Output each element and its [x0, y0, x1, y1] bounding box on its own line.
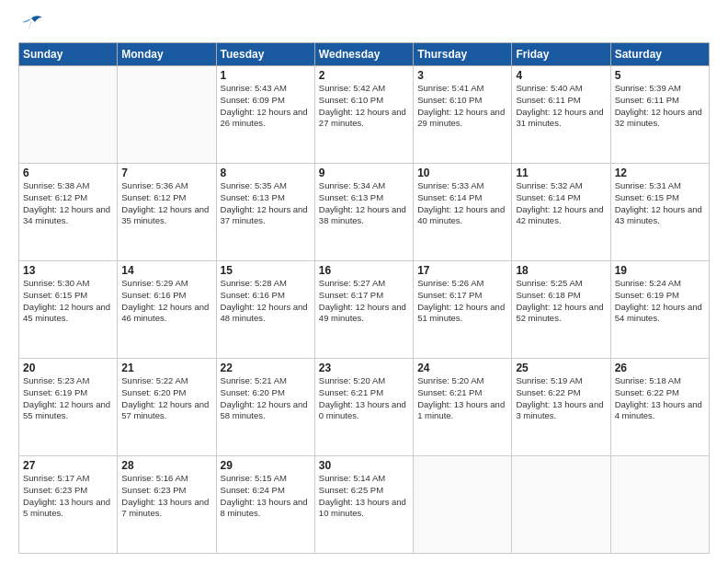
day-cell: [512, 456, 610, 554]
day-cell: 18Sunrise: 5:25 AM Sunset: 6:18 PM Dayli…: [512, 261, 610, 359]
day-number: 22: [221, 362, 311, 374]
day-info: Sunrise: 5:40 AM Sunset: 6:11 PM Dayligh…: [516, 83, 606, 130]
day-number: 16: [319, 264, 409, 277]
day-number: 5: [615, 69, 705, 82]
day-cell: 9Sunrise: 5:34 AM Sunset: 6:13 PM Daylig…: [314, 164, 413, 261]
day-info: Sunrise: 5:17 AM Sunset: 6:23 PM Dayligh…: [23, 473, 113, 520]
day-info: Sunrise: 5:41 AM Sunset: 6:10 PM Dayligh…: [417, 83, 507, 130]
day-number: 28: [121, 459, 211, 472]
day-cell: 3Sunrise: 5:41 AM Sunset: 6:10 PM Daylig…: [414, 66, 512, 164]
page: SundayMondayTuesdayWednesdayThursdayFrid…: [0, 0, 728, 563]
day-info: Sunrise: 5:35 AM Sunset: 6:13 PM Dayligh…: [221, 180, 311, 227]
day-info: Sunrise: 5:34 AM Sunset: 6:13 PM Dayligh…: [319, 180, 409, 227]
day-cell: 4Sunrise: 5:40 AM Sunset: 6:11 PM Daylig…: [512, 66, 610, 164]
day-info: Sunrise: 5:42 AM Sunset: 6:10 PM Dayligh…: [319, 83, 409, 130]
day-cell: 6Sunrise: 5:38 AM Sunset: 6:12 PM Daylig…: [19, 164, 118, 261]
day-number: 2: [319, 69, 409, 82]
day-number: 9: [319, 167, 409, 179]
day-cell: [19, 66, 118, 164]
day-cell: 5Sunrise: 5:39 AM Sunset: 6:11 PM Daylig…: [610, 66, 709, 164]
day-info: Sunrise: 5:19 AM Sunset: 6:22 PM Dayligh…: [516, 375, 606, 422]
logo: [18, 15, 48, 35]
week-row-4: 20Sunrise: 5:23 AM Sunset: 6:19 PM Dayli…: [19, 359, 710, 456]
day-cell: 27Sunrise: 5:17 AM Sunset: 6:23 PM Dayli…: [19, 456, 118, 554]
day-number: 20: [23, 362, 113, 374]
day-cell: [610, 456, 709, 554]
day-number: 7: [121, 167, 211, 179]
day-number: 8: [221, 167, 311, 179]
day-cell: 8Sunrise: 5:35 AM Sunset: 6:13 PM Daylig…: [216, 164, 314, 261]
top-area: [18, 15, 710, 35]
day-cell: 7Sunrise: 5:36 AM Sunset: 6:12 PM Daylig…: [118, 164, 216, 261]
week-row-3: 13Sunrise: 5:30 AM Sunset: 6:15 PM Dayli…: [19, 261, 710, 359]
day-number: 13: [23, 264, 113, 277]
weekday-header-saturday: Saturday: [610, 43, 709, 66]
day-number: 11: [516, 167, 606, 179]
day-number: 15: [221, 264, 311, 277]
day-number: 18: [516, 264, 606, 277]
day-number: 25: [516, 362, 606, 374]
day-cell: 17Sunrise: 5:26 AM Sunset: 6:17 PM Dayli…: [414, 261, 512, 359]
day-cell: [414, 456, 512, 554]
day-cell: 21Sunrise: 5:22 AM Sunset: 6:20 PM Dayli…: [118, 359, 216, 456]
day-info: Sunrise: 5:28 AM Sunset: 6:16 PM Dayligh…: [221, 278, 311, 325]
weekday-header-sunday: Sunday: [19, 43, 118, 66]
day-info: Sunrise: 5:32 AM Sunset: 6:14 PM Dayligh…: [516, 180, 606, 227]
weekday-header-tuesday: Tuesday: [216, 43, 314, 66]
day-number: 26: [615, 362, 705, 374]
day-info: Sunrise: 5:16 AM Sunset: 6:23 PM Dayligh…: [121, 473, 211, 520]
day-info: Sunrise: 5:22 AM Sunset: 6:20 PM Dayligh…: [121, 375, 211, 422]
day-cell: 20Sunrise: 5:23 AM Sunset: 6:19 PM Dayli…: [19, 359, 118, 456]
day-cell: 28Sunrise: 5:16 AM Sunset: 6:23 PM Dayli…: [118, 456, 216, 554]
calendar: SundayMondayTuesdayWednesdayThursdayFrid…: [18, 42, 710, 554]
day-info: Sunrise: 5:25 AM Sunset: 6:18 PM Dayligh…: [516, 278, 606, 325]
day-number: 14: [121, 264, 211, 277]
day-info: Sunrise: 5:30 AM Sunset: 6:15 PM Dayligh…: [23, 278, 113, 325]
day-info: Sunrise: 5:43 AM Sunset: 6:09 PM Dayligh…: [221, 83, 311, 130]
day-info: Sunrise: 5:31 AM Sunset: 6:15 PM Dayligh…: [615, 180, 705, 227]
day-cell: 25Sunrise: 5:19 AM Sunset: 6:22 PM Dayli…: [512, 359, 610, 456]
day-cell: 29Sunrise: 5:15 AM Sunset: 6:24 PM Dayli…: [216, 456, 314, 554]
weekday-header-monday: Monday: [118, 43, 216, 66]
day-info: Sunrise: 5:29 AM Sunset: 6:16 PM Dayligh…: [121, 278, 211, 325]
day-cell: 24Sunrise: 5:20 AM Sunset: 6:21 PM Dayli…: [414, 359, 512, 456]
day-cell: 16Sunrise: 5:27 AM Sunset: 6:17 PM Dayli…: [314, 261, 413, 359]
day-cell: 11Sunrise: 5:32 AM Sunset: 6:14 PM Dayli…: [512, 164, 610, 261]
day-info: Sunrise: 5:38 AM Sunset: 6:12 PM Dayligh…: [23, 180, 113, 227]
day-info: Sunrise: 5:33 AM Sunset: 6:14 PM Dayligh…: [417, 180, 507, 227]
day-info: Sunrise: 5:20 AM Sunset: 6:21 PM Dayligh…: [319, 375, 409, 422]
day-cell: 1Sunrise: 5:43 AM Sunset: 6:09 PM Daylig…: [216, 66, 314, 164]
week-row-5: 27Sunrise: 5:17 AM Sunset: 6:23 PM Dayli…: [19, 456, 710, 554]
day-cell: [118, 66, 216, 164]
day-number: 12: [615, 167, 705, 179]
day-info: Sunrise: 5:24 AM Sunset: 6:19 PM Dayligh…: [615, 278, 705, 325]
day-number: 27: [23, 459, 113, 472]
day-number: 24: [417, 362, 507, 374]
week-row-1: 1Sunrise: 5:43 AM Sunset: 6:09 PM Daylig…: [19, 66, 710, 164]
day-cell: 30Sunrise: 5:14 AM Sunset: 6:25 PM Dayli…: [314, 456, 413, 554]
day-cell: 13Sunrise: 5:30 AM Sunset: 6:15 PM Dayli…: [19, 261, 118, 359]
weekday-header-row: SundayMondayTuesdayWednesdayThursdayFrid…: [19, 43, 710, 66]
day-number: 3: [417, 69, 507, 82]
day-info: Sunrise: 5:27 AM Sunset: 6:17 PM Dayligh…: [319, 278, 409, 325]
day-number: 21: [121, 362, 211, 374]
weekday-header-wednesday: Wednesday: [314, 43, 413, 66]
day-info: Sunrise: 5:21 AM Sunset: 6:20 PM Dayligh…: [221, 375, 311, 422]
day-cell: 14Sunrise: 5:29 AM Sunset: 6:16 PM Dayli…: [118, 261, 216, 359]
day-number: 29: [221, 459, 311, 472]
day-info: Sunrise: 5:39 AM Sunset: 6:11 PM Dayligh…: [615, 83, 705, 130]
day-info: Sunrise: 5:14 AM Sunset: 6:25 PM Dayligh…: [319, 473, 409, 520]
day-cell: 19Sunrise: 5:24 AM Sunset: 6:19 PM Dayli…: [610, 261, 709, 359]
day-number: 30: [319, 459, 409, 472]
day-number: 1: [221, 69, 311, 82]
day-cell: 26Sunrise: 5:18 AM Sunset: 6:22 PM Dayli…: [610, 359, 709, 456]
day-info: Sunrise: 5:36 AM Sunset: 6:12 PM Dayligh…: [121, 180, 211, 227]
day-number: 23: [319, 362, 409, 374]
day-cell: 2Sunrise: 5:42 AM Sunset: 6:10 PM Daylig…: [314, 66, 413, 164]
day-number: 4: [516, 69, 606, 82]
day-info: Sunrise: 5:26 AM Sunset: 6:17 PM Dayligh…: [417, 278, 507, 325]
day-cell: 23Sunrise: 5:20 AM Sunset: 6:21 PM Dayli…: [314, 359, 413, 456]
day-number: 10: [417, 167, 507, 179]
day-cell: 12Sunrise: 5:31 AM Sunset: 6:15 PM Dayli…: [610, 164, 709, 261]
logo-bird-icon: [18, 15, 44, 35]
